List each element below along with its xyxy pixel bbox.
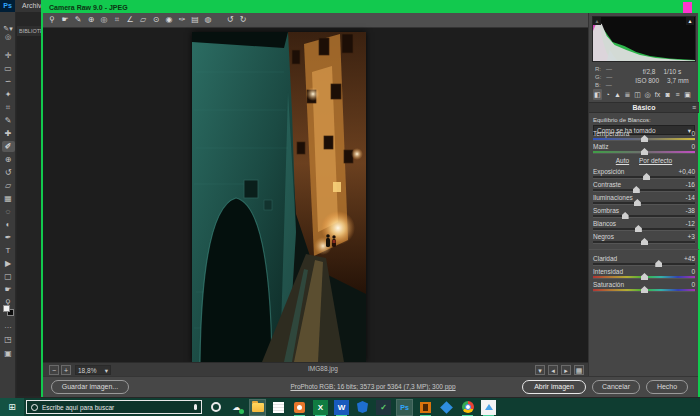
spot-removal-tool-icon[interactable]: ⊙ [150,14,162,26]
type-tool-icon[interactable]: T [2,245,15,256]
file-explorer-icon[interactable] [250,400,265,415]
slider-track[interactable] [593,189,695,192]
quick-selection-tool-icon[interactable]: ✦ [2,89,15,100]
todo-icon[interactable]: ✓ [376,400,391,415]
app-orange-icon[interactable] [292,400,307,415]
slider-thumb[interactable] [635,225,642,232]
done-button[interactable]: Hecho [646,380,688,394]
pen-tool-icon[interactable]: ✒ [2,232,15,243]
shape-tool-icon[interactable]: ▢ [2,271,15,282]
slider-thumb[interactable] [641,273,648,280]
sticky-notes-icon[interactable] [271,400,286,415]
photoshop-icon[interactable]: Ps [397,400,412,415]
histogram[interactable] [592,16,696,62]
chrome-icon[interactable] [460,400,475,415]
slider-thumb[interactable] [655,260,662,267]
slider-thumb[interactable] [643,173,650,180]
path-select-tool-icon[interactable]: ▶ [2,258,15,269]
slider-thumb[interactable] [634,199,641,206]
eraser-tool-icon[interactable]: ▱ [2,180,15,191]
slider-track[interactable] [593,202,695,205]
camera-raw-titlebar[interactable]: Camera Raw 9.0 - JPEG [43,2,698,13]
history-brush-tool-icon[interactable]: ↺ [2,167,15,178]
auto-link[interactable]: Auto [616,157,629,164]
cortana-icon[interactable] [208,400,223,415]
slider-thumb[interactable] [622,212,629,219]
tab-camera-calibration[interactable]: ◙ [663,89,672,100]
quick-mask-icon[interactable]: ◳ [2,334,15,345]
before-view-icon[interactable]: ◂ [548,365,558,375]
tab-hsl-grayscale[interactable]: ≣ [623,89,632,100]
brush-tool-icon[interactable]: ✐ [2,141,15,152]
radial-filter-tool-icon[interactable]: ◍ [202,14,214,26]
tab-split-toning[interactable]: ◫ [633,89,642,100]
photo-preview[interactable] [192,32,366,362]
word-icon[interactable]: W [334,400,349,415]
eyedropper-tool-icon[interactable]: ✎ [2,115,15,126]
white-balance-tool-icon[interactable]: ✎ [72,14,84,26]
crop-tool-icon[interactable]: ⌗ [111,14,123,26]
zoom-level-select[interactable]: 18,8% ▾ [75,365,111,375]
slider-track[interactable] [593,215,695,218]
move-tool-icon[interactable]: ✛ [2,50,15,61]
excel-icon[interactable]: X [313,400,328,415]
app-diamond-icon[interactable] [439,400,454,415]
clone-stamp-tool-icon[interactable]: ⊕ [2,154,15,165]
microphone-icon[interactable] [194,404,197,410]
lasso-tool-icon[interactable]: ∽ [2,76,15,87]
taskbar-search[interactable]: Escribe aquí para buscar [26,400,202,414]
sample-ring-icon[interactable]: ◎ [0,33,16,41]
start-button[interactable]: ⊞ [0,398,24,416]
photos-icon[interactable] [481,400,496,415]
workflow-options-link[interactable]: ProPhoto RGB; 16 bits; 3573 por 5364 (7,… [223,383,523,390]
slider-thumb[interactable] [633,186,640,193]
preview-mode-icon[interactable]: ▾ [535,365,545,375]
app-orange2-icon[interactable] [418,400,433,415]
panel-menu-icon[interactable]: ≡ [692,103,696,113]
dodge-tool-icon[interactable]: ◐ [2,219,15,230]
rotate-right-icon[interactable]: ↻ [237,14,249,26]
straighten-tool-icon[interactable]: ∠ [124,14,136,26]
red-eye-tool-icon[interactable]: ◉ [163,14,175,26]
crop-tool-icon[interactable]: ⌗ [2,102,15,113]
marquee-tool-icon[interactable]: ▭ [2,63,15,74]
tab-detail[interactable]: ▲ [613,89,622,100]
rotate-left-icon[interactable]: ↺ [224,14,236,26]
slider-thumb[interactable] [641,135,648,142]
graduated-filter-tool-icon[interactable]: ▤ [189,14,201,26]
slider-thumb[interactable] [641,238,648,245]
hand-tool-icon[interactable]: ☛ [2,284,15,295]
color-sampler-tool-icon[interactable]: ⊕ [85,14,97,26]
tab-tone-curve[interactable]: ◔ [603,89,612,100]
onedrive-icon[interactable]: ☁ [229,400,244,415]
color-swatches[interactable] [3,305,15,317]
tab-lens-corrections[interactable]: ◎ [643,89,652,100]
adjustment-brush-tool-icon[interactable]: ✑ [176,14,188,26]
open-image-button[interactable]: Abrir imagen [522,380,586,394]
default-link[interactable]: Por defecto [639,157,672,164]
screen-mode-icon[interactable]: ▣ [2,348,15,359]
tab-effects[interactable]: fx [653,89,662,100]
shadow-clipping-icon[interactable]: ▲ [593,17,601,25]
toggle-filmstrip-icon[interactable]: ▦ [574,365,584,375]
gradient-tool-icon[interactable]: ▦ [2,193,15,204]
cancel-button[interactable]: Cancelar [592,380,640,394]
slider-track[interactable] [593,228,695,231]
foreground-color-swatch[interactable] [3,305,10,312]
tab-basic[interactable]: ◧ [593,89,602,100]
slider-track[interactable] [593,263,695,266]
transform-tool-icon[interactable]: ▱ [137,14,149,26]
libraries-panel-tab[interactable]: BIBLIOTEC [17,26,41,36]
zoom-in-button[interactable]: + [61,365,71,375]
highlight-clipping-icon[interactable]: ▲ [686,17,694,25]
slider-thumb[interactable] [641,148,648,155]
targeted-adjustment-tool-icon[interactable]: ◎ [98,14,110,26]
slider-thumb[interactable] [641,286,648,293]
defender-icon[interactable] [355,400,370,415]
zoom-tool-icon[interactable]: ⚲ [46,14,58,26]
blur-tool-icon[interactable]: ◌ [2,206,15,217]
after-view-icon[interactable]: ▸ [561,365,571,375]
tab-snapshots[interactable]: ▣ [683,89,692,100]
save-image-button[interactable]: Guardar imagen... [51,380,129,394]
zoom-out-button[interactable]: − [49,365,59,375]
